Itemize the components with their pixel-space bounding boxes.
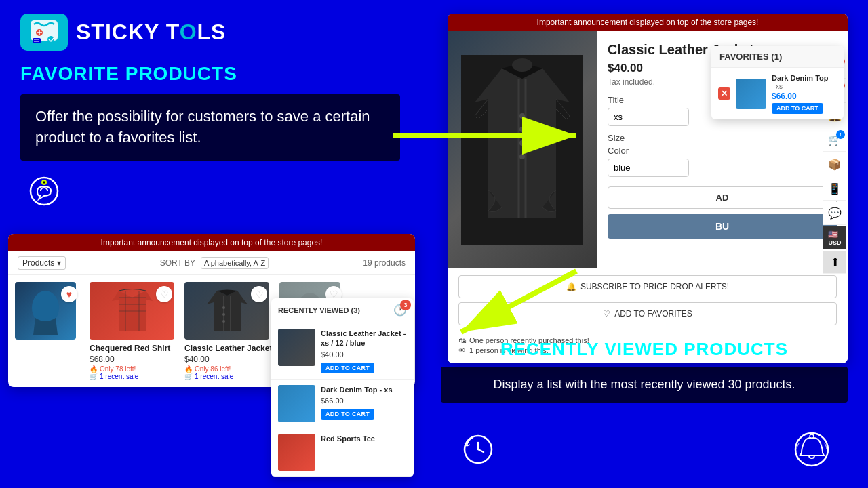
description-text: Offer the possibility for customers to s… (35, 106, 385, 148)
rv-description-box: Display a list with the most recently vi… (441, 367, 848, 403)
rv-item-img-2 (278, 434, 315, 471)
rv-item-0: Classic Leather Jacket - xs / 12 / blue … (271, 323, 414, 380)
recently-viewed-popup: RECENTLY VIEWED (3) 🕐 3 Classic Leather … (271, 298, 414, 477)
svg-point-13 (222, 313, 225, 316)
product-stock-1: 🔥 Only 78 left! (90, 365, 178, 373)
side-messenger-btn[interactable]: 💬 (823, 202, 846, 225)
svg-point-18 (519, 127, 525, 132)
chat-icon (27, 174, 61, 208)
svg-point-21 (512, 58, 532, 72)
product-sale-2: 🛒 1 recent sale (184, 373, 273, 380)
svg-rect-2 (33, 38, 41, 43)
rv-header-icon-wrapper: 🕐 3 (393, 304, 407, 317)
heart-btn-2[interactable]: ♡ (251, 286, 267, 302)
history-icon (461, 432, 495, 466)
rv-add-to-cart-0[interactable]: ADD TO CART (321, 363, 374, 373)
side-cart-badge: 1 (836, 130, 845, 139)
fav-item-name-0: Dark Denim Top (772, 73, 837, 83)
description-box: Offer the possibility for customers to s… (20, 94, 400, 161)
favorite-products-title: FAVORITE PRODUCTS (20, 63, 400, 85)
svg-point-17 (519, 113, 525, 119)
rv-item-name-2: Red Sports Tee (321, 434, 407, 443)
history-icon-bottom (461, 432, 495, 469)
detail-title-select[interactable]: xs (608, 108, 689, 126)
detail-buy-btn[interactable]: BU (608, 214, 837, 239)
logo-o: O (180, 20, 197, 44)
fav-header: FAVORITES (1) (711, 46, 844, 68)
product-card-2: ♡ Classic Leather Jacket $40.00 🔥 Only 8… (184, 282, 273, 380)
toolbar-left: Products ▾ (18, 258, 66, 268)
logo-icon (20, 14, 68, 51)
rv-item-price-0: $40.00 (321, 350, 407, 359)
add-to-favorites-btn[interactable]: ♡ ADD TO FAVORITES (458, 302, 837, 325)
side-flag-btn[interactable]: 🇺🇸 USD (823, 226, 846, 249)
logo-text-part2: LS (197, 20, 226, 44)
detail-color-label: Color (608, 146, 837, 156)
side-usd-label: USD (828, 239, 841, 246)
heart-btn-0[interactable]: ♥ (61, 286, 77, 302)
product-stock-2: 🔥 Only 86 left! (184, 365, 273, 373)
rv-item-2: Red Sports Tee (271, 428, 414, 477)
bell-outline-icon: 🔔 (566, 282, 576, 291)
side-phone-btn[interactable]: 📱 (823, 178, 846, 201)
product-price-1: $68.00 (90, 354, 178, 364)
rv-item-img-0 (278, 329, 315, 366)
svg-point-19 (519, 140, 525, 146)
fav-add-to-cart-btn-0[interactable]: ADD TO CART (772, 103, 823, 114)
fav-item-0: ✕ Dark Denim Top - xs $66.00 ADD TO CART (711, 68, 844, 119)
fav-item-price-0: $66.00 (772, 92, 837, 101)
heart-btn-1[interactable]: ♡ (156, 286, 172, 302)
detail-announcement: Important announcement displayed on top … (448, 14, 848, 31)
toolbar-sort: SORT BY Alphabetically, A-Z (160, 257, 269, 269)
rv-item-info-2: Red Sports Tee (321, 434, 407, 471)
fav-item-variant-0: - xs (772, 83, 837, 90)
svg-point-12 (222, 306, 225, 309)
sort-label: SORT BY (160, 258, 195, 268)
side-cart-btn[interactable]: 🛒 1 (823, 129, 846, 152)
bell-icon-bottom (793, 431, 831, 471)
logo-text-part1: STICKY T (76, 20, 180, 44)
product-sale-1: 🛒 1 recent sale (90, 373, 178, 380)
detail-bottom-buttons: 🔔 SUBSCRIBE TO PRICE DROP ALERTS! ♡ ADD … (448, 268, 848, 332)
chat-icon-area (27, 174, 400, 211)
rv-item-info-1: Dark Denim Top - xs $66.00 ADD TO CART (321, 385, 407, 422)
detail-color-value[interactable]: blue (608, 159, 689, 177)
detail-img-inner (448, 31, 597, 268)
leather-jacket-illustration (461, 55, 583, 245)
logo-area: STICKY TOLS (20, 14, 400, 51)
svg-point-20 (519, 154, 525, 159)
animated-bell-icon (793, 431, 831, 468)
rv-item-name-1: Dark Denim Top - xs (321, 385, 407, 394)
store-toolbar: Products ▾ SORT BY Alphabetically, A-Z 1… (8, 251, 415, 275)
product-name-2: Classic Leather Jacket (184, 344, 273, 353)
product-card-0: ♥ (15, 282, 83, 380)
rv-item-1: Dark Denim Top - xs $66.00 ADD TO CART (271, 380, 414, 428)
rv-header-text: RECENTLY VIEWED (3) (278, 306, 360, 314)
fav-remove-btn-0[interactable]: ✕ (718, 87, 730, 100)
rv-badge: 3 (400, 300, 411, 310)
rv-header: RECENTLY VIEWED (3) 🕐 3 (271, 298, 414, 323)
side-up-btn[interactable]: ⬆ (823, 251, 846, 274)
fav-item-img-0 (736, 79, 766, 109)
fav-item-info-0: Dark Denim Top - xs $66.00 ADD TO CART (772, 73, 837, 114)
rv-item-info-0: Classic Leather Jacket - xs / 12 / blue … (321, 329, 407, 373)
rv-item-name-0: Classic Leather Jacket - xs / 12 / blue (321, 329, 407, 348)
product-price-2: $40.00 (184, 354, 273, 364)
side-box-btn[interactable]: 📦 (823, 153, 846, 176)
product-card-1: ♡ Chequered Red Shirt $68.00 🔥 Only 78 l… (90, 282, 178, 380)
rv-item-price-1: $66.00 (321, 396, 407, 405)
products-dropdown[interactable]: Products ▾ (18, 256, 66, 270)
detail-product-img (448, 31, 597, 268)
sort-select[interactable]: Alphabetically, A-Z (201, 257, 269, 269)
logo-text: STICKY TOLS (76, 20, 226, 45)
heart-outline-icon: ♡ (603, 309, 610, 319)
subscribe-btn[interactable]: 🔔 SUBSCRIBE TO PRICE DROP ALERTS! (458, 275, 837, 298)
detail-add-to-cart-btn[interactable]: AD (608, 186, 837, 209)
store-announcement: Important announcement displayed on top … (8, 234, 415, 251)
favorites-popup: FAVORITES (1) ✕ Dark Denim Top - xs $66.… (711, 46, 844, 119)
products-count: 19 products (363, 258, 406, 268)
rv-add-to-cart-1[interactable]: ADD TO CART (321, 409, 374, 420)
svg-point-14 (222, 320, 225, 323)
rv-item-img-1 (278, 385, 315, 422)
rv-description-text: Display a list with the most recently vi… (456, 378, 833, 392)
